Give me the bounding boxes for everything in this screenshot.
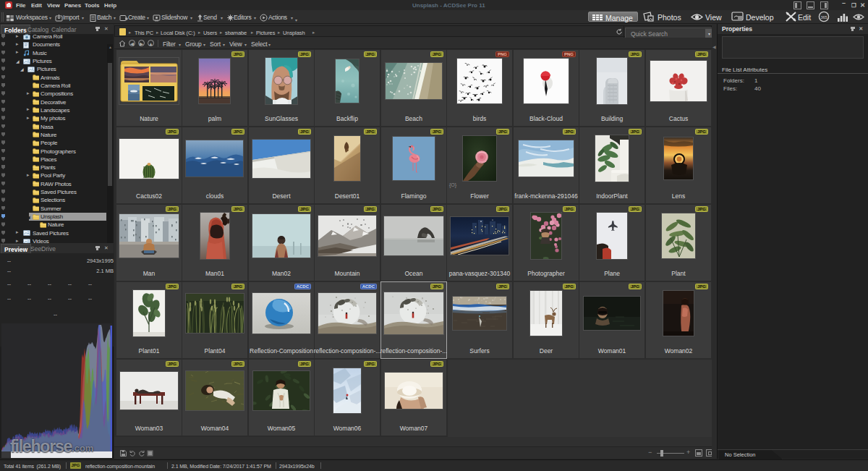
- svg-text:365: 365: [820, 15, 827, 20]
